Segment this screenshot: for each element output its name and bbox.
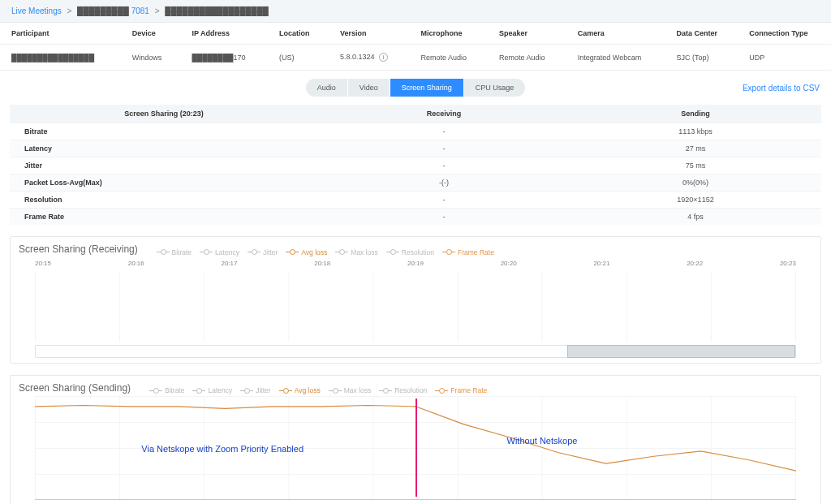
- media-tabs-row: Audio Video Screen Sharing CPU Usage Exp…: [0, 71, 831, 105]
- stats-label: Packet Loss-Avg(Max): [10, 174, 318, 192]
- legend-item-latency[interactable]: Latency: [192, 386, 232, 394]
- breadcrumb-sep: >: [155, 6, 160, 15]
- col-ip: IP Address: [180, 23, 268, 45]
- x-tick: 20:16: [128, 260, 144, 267]
- stats-label: Frame Rate: [10, 209, 318, 226]
- x-tick: 20:21: [593, 260, 609, 267]
- stats-send: 27 ms: [570, 140, 821, 157]
- chart-sending-body[interactable]: Via Netskope with Zoom Priority Enabled …: [35, 396, 796, 500]
- stats-send: 75 ms: [570, 157, 821, 174]
- chart-sending: Screen Sharing (Sending) BitrateLatencyJ…: [10, 375, 821, 505]
- stats-recv: -: [318, 157, 570, 174]
- cell-camera: Integrated Webcam: [566, 45, 665, 71]
- chart-sending-title: Screen Sharing (Sending): [19, 382, 131, 394]
- x-tick: 20:20: [501, 260, 517, 267]
- chart-receiving-title: Screen Sharing (Receiving): [19, 243, 138, 255]
- chart-receiving: Screen Sharing (Receiving) BitrateLatenc…: [10, 236, 821, 364]
- x-tick: 20:22: [687, 260, 703, 267]
- x-tick: 20:15: [35, 260, 51, 267]
- stats-recv: -: [318, 140, 570, 157]
- legend-item-latency[interactable]: Latency: [200, 248, 239, 256]
- stats-label: Latency: [10, 140, 318, 157]
- breadcrumb-participant: ██████████████████: [165, 6, 269, 15]
- tab-screen-sharing[interactable]: Screen Sharing: [390, 79, 463, 97]
- col-speaker: Speaker: [488, 23, 566, 45]
- legend-item-jitter[interactable]: Jitter: [248, 248, 278, 256]
- legend-item-avg-loss[interactable]: Avg loss: [286, 248, 327, 256]
- tab-audio[interactable]: Audio: [306, 79, 347, 97]
- cell-datacenter: SJC (Top): [665, 45, 738, 71]
- stats-col-sending: Sending: [570, 105, 821, 123]
- breadcrumb-root[interactable]: Live Meetings: [11, 6, 62, 15]
- cell-device: Windows: [121, 45, 181, 71]
- chart-divider: [416, 398, 417, 497]
- x-tick: 20:19: [407, 260, 424, 267]
- x-tick: 20:23: [780, 260, 796, 267]
- col-version: Version: [329, 23, 410, 45]
- annotation-left: Via Netskope with Zoom Priority Enabled: [141, 444, 304, 454]
- col-participant: Participant: [0, 23, 121, 45]
- stats-table: Screen Sharing (20:23) Receiving Sending…: [10, 105, 821, 225]
- stats-col-receiving: Receiving: [318, 105, 570, 123]
- stats-recv: -: [318, 192, 570, 209]
- chart-receiving-body[interactable]: [35, 272, 796, 342]
- legend-item-max-loss[interactable]: Max loss: [329, 386, 372, 394]
- media-tabs: Audio Video Screen Sharing CPU Usage: [306, 79, 525, 97]
- legend-item-max-loss[interactable]: Max loss: [335, 248, 378, 256]
- table-row: Bitrate-1113 kbps: [10, 123, 821, 140]
- cell-participant: ████████████████: [11, 54, 94, 62]
- info-icon[interactable]: i: [379, 53, 388, 62]
- breadcrumb-sep: >: [67, 6, 71, 15]
- stats-send: 1920×1152: [570, 192, 821, 209]
- stats-recv: -(-): [318, 174, 570, 192]
- table-row: Resolution-1920×1152: [10, 192, 821, 209]
- chart-legend: BitrateLatencyJitterAvg lossMax lossReso…: [149, 386, 487, 394]
- cell-microphone: Remote Audio: [409, 45, 488, 71]
- legend-item-resolution[interactable]: Resolution: [386, 248, 434, 256]
- x-tick: 20:18: [314, 260, 330, 267]
- cell-version: 5.8.0.1324 i: [329, 45, 410, 71]
- legend-item-jitter[interactable]: Jitter: [240, 386, 270, 394]
- legend-item-frame-rate[interactable]: Frame Rate: [442, 248, 494, 256]
- stats-recv: -: [318, 123, 570, 140]
- legend-item-bitrate[interactable]: Bitrate: [149, 386, 185, 394]
- table-row: ████████████████ Windows ████████170 (US…: [0, 45, 831, 71]
- cell-ip: ████████170: [180, 45, 268, 71]
- table-row: Frame Rate-4 fps: [10, 209, 821, 226]
- cell-speaker: Remote Audio: [488, 45, 566, 71]
- col-device: Device: [121, 23, 181, 45]
- stats-send: 4 fps: [570, 209, 821, 226]
- col-datacenter: Data Center: [665, 23, 738, 45]
- col-microphone: Microphone: [409, 23, 488, 45]
- col-location: Location: [268, 23, 329, 45]
- cell-location: (US): [268, 45, 329, 71]
- stats-label: Jitter: [10, 157, 318, 174]
- table-row: Latency-27 ms: [10, 140, 821, 157]
- legend-item-avg-loss[interactable]: Avg loss: [279, 386, 321, 394]
- x-tick: 20:17: [221, 260, 237, 267]
- stats-send: 0%(0%): [570, 174, 821, 192]
- breadcrumb-meeting-strike: █████████: [77, 6, 129, 15]
- annotation-right: Without Netskope: [507, 436, 578, 446]
- breadcrumb-meeting-id[interactable]: █████████ 7081: [77, 6, 152, 15]
- chart-x-axis: 20:1520:1620:1720:1820:1920:2020:2120:22…: [19, 256, 812, 270]
- breadcrumb: Live Meetings > █████████ 7081 > ███████…: [0, 0, 831, 23]
- breadcrumb-meeting-id-num: 7081: [131, 6, 149, 15]
- stats-col-metric: Screen Sharing (20:23): [10, 105, 318, 123]
- table-row: Packet Loss-Avg(Max)-(-)0%(0%): [10, 174, 821, 192]
- col-conn-type: Connection Type: [738, 23, 831, 45]
- tab-video[interactable]: Video: [347, 79, 390, 97]
- tab-cpu-usage[interactable]: CPU Usage: [463, 79, 526, 97]
- legend-item-frame-rate[interactable]: Frame Rate: [435, 386, 487, 394]
- stats-recv: -: [318, 209, 570, 226]
- stats-label: Resolution: [10, 192, 318, 209]
- legend-item-bitrate[interactable]: Bitrate: [157, 248, 192, 256]
- scrubber-handle[interactable]: [567, 345, 795, 358]
- participant-info-table: Participant Device IP Address Location V…: [0, 23, 831, 71]
- export-csv-link[interactable]: Export details to CSV: [743, 84, 820, 93]
- legend-item-resolution[interactable]: Resolution: [379, 386, 427, 394]
- table-row: Jitter-75 ms: [10, 157, 821, 174]
- chart-scrubber[interactable]: [35, 345, 796, 358]
- cell-conn-type: UDP: [738, 45, 831, 71]
- col-camera: Camera: [566, 23, 665, 45]
